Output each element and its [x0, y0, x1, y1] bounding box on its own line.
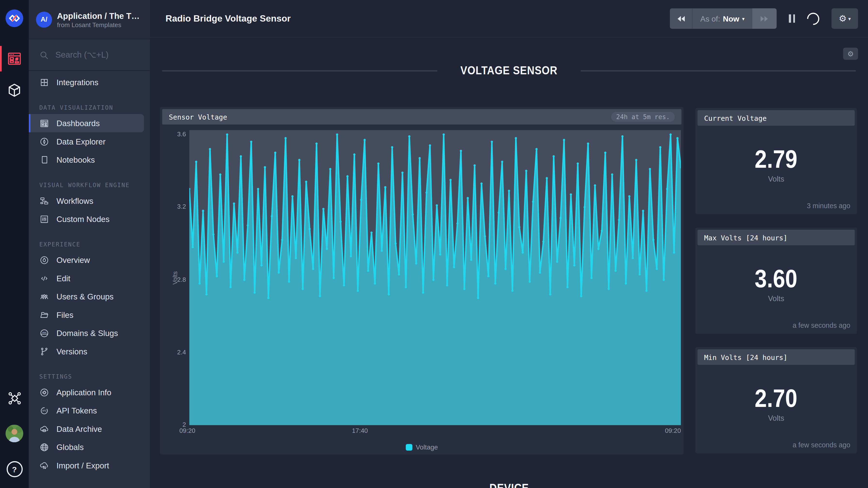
app-initials-badge: A/: [36, 11, 52, 27]
gear-icon: ⚙: [839, 14, 847, 23]
block-settings-button[interactable]: ⚙: [843, 48, 858, 60]
stat-unit: Volts: [698, 175, 855, 183]
sensor-voltage-chart-card: Sensor Voltage 24h at 5m res. Volts 3.63…: [160, 107, 684, 454]
rail-item-devices[interactable]: [0, 83, 29, 98]
stat-timestamp: a few seconds ago: [793, 441, 850, 449]
question-mark-icon: ?: [6, 461, 22, 477]
sidebar-item-label: Overview: [56, 255, 90, 264]
cloud-db-icon: [39, 424, 49, 434]
time-range-control: As of: Now ▾: [670, 8, 777, 29]
dashboard-header: Radio Bridge Voltage Sensor As of: Now ▾: [150, 0, 868, 38]
sidebar-item-api-tokens[interactable]: API API Tokens: [29, 401, 150, 420]
current-voltage-card: Current Voltage 2.79 Volts 3 minutes ago: [695, 108, 857, 214]
fast-forward-button[interactable]: [752, 8, 777, 29]
sidebar-item-label: Notebooks: [56, 155, 95, 164]
stat-card-column: Current Voltage 2.79 Volts 3 minutes ago…: [695, 108, 857, 453]
sidebar-item-globals[interactable]: Globals: [29, 438, 150, 456]
sidebar-item-label: Custom Nodes: [56, 214, 110, 223]
sidebar-item-label: Import / Export: [56, 461, 109, 470]
sidebar-item-label: Dashboards: [56, 119, 100, 128]
code-pencil-icon: [39, 273, 49, 283]
rewind-icon: [677, 15, 685, 22]
page-title: Radio Bridge Voltage Sensor: [165, 13, 291, 24]
sidebar-item-edit[interactable]: Edit: [29, 269, 150, 287]
cloud-arrows-icon: [39, 460, 49, 470]
sidebar-item-label: Workflows: [56, 196, 93, 205]
user-avatar[interactable]: [0, 425, 29, 442]
loading-spinner-icon: [805, 10, 822, 27]
sidebar-item-label: Edit: [56, 274, 70, 283]
avatar-photo: [6, 425, 23, 442]
sidebar-item-label: Users & Groups: [56, 292, 114, 301]
section-header-device-partial: DEVICE: [150, 482, 868, 488]
sidebar-item-custom-nodes[interactable]: Custom Nodes: [29, 210, 150, 228]
sidebar-item-notebooks[interactable]: Notebooks: [29, 151, 150, 169]
resolution-badge: 24h at 5m res.: [611, 112, 675, 122]
sidebar-item-application-info[interactable]: Application Info: [29, 383, 150, 401]
help-button[interactable]: ?: [0, 461, 29, 477]
section-label-data-visualization: DATA VISUALIZATION: [39, 104, 150, 111]
as-of-value: Now: [723, 14, 740, 23]
stat-value: 2.79: [698, 147, 855, 172]
sidebar-item-data-explorer[interactable]: Data Explorer: [29, 132, 150, 151]
rail-bottom-group: ?: [0, 391, 29, 477]
rail-item-dashboards[interactable]: [0, 47, 29, 70]
package-box-icon: [6, 83, 22, 98]
sidebar-item-dashboards[interactable]: Dashboards: [29, 114, 144, 132]
stat-card-titlebar: Max Volts [24 hours]: [698, 230, 855, 245]
dashboard-settings-button[interactable]: ⚙ ▾: [832, 8, 858, 29]
section-title: DEVICE: [489, 481, 529, 488]
main-area: Radio Bridge Voltage Sensor As of: Now ▾: [150, 0, 868, 488]
api-icon: API: [39, 405, 49, 416]
sidebar-item-versions[interactable]: Versions: [29, 342, 150, 360]
chart-legend[interactable]: Voltage: [160, 444, 684, 451]
sidebar-item-import-export[interactable]: Import / Export: [29, 456, 150, 474]
min-volts-card: Min Volts [24 hours] 2.70 Volts a few se…: [695, 347, 857, 453]
search-input[interactable]: Search (⌥+L): [29, 39, 150, 71]
folder-icon: [39, 310, 49, 320]
sidebar-item-overview[interactable]: Overview: [29, 251, 150, 269]
stat-value: 2.70: [698, 386, 855, 411]
sidebar-item-workflows[interactable]: Workflows: [29, 191, 150, 210]
dashboards-icon: [39, 118, 49, 128]
sidebar-item-domains-slugs[interactable]: www Domains & Slugs: [29, 324, 150, 342]
flowchart-icon: [39, 195, 49, 206]
sidebar: A/ Application / The Thin… from Losant T…: [29, 0, 150, 488]
section-label-settings: SETTINGS: [39, 373, 150, 380]
network-nodes-icon: [7, 391, 22, 406]
sidebar-item-integrations[interactable]: Integrations: [29, 73, 150, 91]
application-switcher[interactable]: A/ Application / The Thin… from Losant T…: [29, 0, 150, 39]
sidebar-item-files[interactable]: Files: [29, 305, 150, 324]
dashboard-row: Sensor Voltage 24h at 5m res. Volts 3.63…: [160, 107, 858, 454]
sidebar-item-label: Data Archive: [56, 424, 102, 433]
sidebar-item-label: Versions: [56, 347, 87, 356]
globe-icon: [39, 442, 49, 452]
svg-text:www: www: [42, 331, 46, 333]
sidebar-item-label: Files: [56, 310, 73, 319]
rewind-button[interactable]: [670, 8, 693, 29]
sidebar-item-label: Globals: [56, 443, 84, 452]
branch-icon: [39, 346, 49, 356]
stat-unit: Volts: [698, 414, 855, 422]
pause-button[interactable]: [789, 14, 795, 23]
stat-unit: Volts: [698, 295, 855, 303]
search-placeholder: Search (⌥+L): [56, 50, 109, 60]
section-label-visual-workflow-engine: VISUAL WORKFLOW ENGINE: [39, 182, 150, 189]
voltage-plot[interactable]: Volts 3.63.22.82.42 09:2017:4009:20: [189, 130, 681, 425]
sidebar-item-data-archive[interactable]: Data Archive: [29, 420, 150, 438]
sidebar-item-label: Application Info: [56, 388, 111, 397]
section-label-experience: EXPERIENCE: [39, 241, 150, 248]
sidebar-nav: Integrations DATA VISUALIZATION Dashboa: [29, 71, 150, 488]
sidebar-item-label: API Tokens: [56, 406, 97, 415]
divider: [581, 70, 856, 71]
as-of-dropdown[interactable]: As of: Now ▾: [692, 8, 752, 29]
book-icon: [39, 155, 49, 164]
sidebar-item-label: Domains & Slugs: [56, 329, 118, 337]
compass-icon: [39, 136, 49, 147]
sidebar-item-users-groups[interactable]: Users & Groups: [29, 287, 150, 305]
rail-item-resources[interactable]: [0, 391, 29, 406]
legend-label: Voltage: [415, 444, 438, 451]
max-volts-card: Max Volts [24 hours] 3.60 Volts a few se…: [695, 227, 857, 334]
losant-logo[interactable]: [0, 9, 29, 27]
users-icon: [39, 292, 49, 301]
